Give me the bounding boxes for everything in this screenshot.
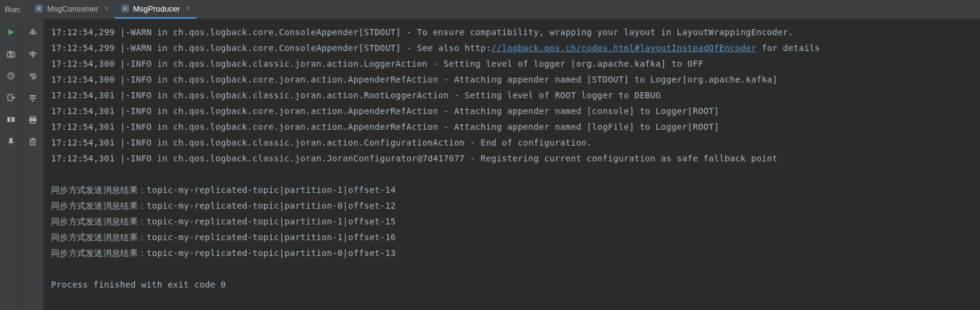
log-line: 17:12:54,301 |-INFO in ch.qos.logback.cl… <box>51 150 973 166</box>
svg-rect-18 <box>30 140 35 145</box>
svg-rect-8 <box>8 95 12 101</box>
debug-icon[interactable] <box>4 69 18 83</box>
scroll-icon[interactable] <box>26 91 39 104</box>
output-line: 同步方式发送消息结果：topic-my-replicated-topic|par… <box>51 229 973 245</box>
log-line: 17:12:54,301 |-INFO in ch.qos.logback.co… <box>51 119 973 135</box>
blank-line <box>51 261 973 277</box>
left-gutter-secondary <box>22 19 44 310</box>
up-arrow-icon[interactable] <box>26 25 39 39</box>
main-area: 17:12:54,299 |-WARN in ch.qos.logback.co… <box>0 19 980 310</box>
svg-point-5 <box>9 53 12 56</box>
layout-icon[interactable] <box>4 113 18 126</box>
camera-icon[interactable] <box>4 47 18 61</box>
output-line: 同步方式发送消息结果：topic-my-replicated-topic|par… <box>51 245 973 261</box>
svg-rect-6 <box>9 51 12 52</box>
log-text: for details <box>756 43 820 53</box>
log-link[interactable]: //logback.qos.ch/codes.html#layoutInstea… <box>491 43 756 53</box>
svg-rect-3 <box>123 7 127 10</box>
log-line: 17:12:54,300 |-INFO in ch.qos.logback.cl… <box>51 56 973 72</box>
tab-msgconsumer[interactable]: MsgConsumer × <box>29 0 115 19</box>
log-line: 17:12:54,299 |-WARN in ch.qos.logback.co… <box>51 24 973 40</box>
log-line: 17:12:54,301 |-INFO in ch.qos.logback.cl… <box>51 87 973 103</box>
print-icon[interactable] <box>26 113 39 126</box>
log-line: 17:12:54,299 |-WARN in ch.qos.logback.co… <box>51 40 973 56</box>
trash-icon[interactable] <box>26 135 39 148</box>
pin-icon[interactable] <box>4 135 18 148</box>
svg-rect-14 <box>30 98 36 99</box>
run-label: Run: <box>5 5 21 14</box>
run-icon[interactable] <box>4 25 18 39</box>
wrap-icon[interactable] <box>26 69 39 83</box>
console-output[interactable]: 17:12:54,299 |-WARN in ch.qos.logback.co… <box>44 19 980 310</box>
svg-rect-15 <box>30 116 35 118</box>
run-tool-window-header: Run: MsgConsumer × MsgProducer × <box>0 0 980 19</box>
exit-icon[interactable] <box>4 91 18 104</box>
down-arrow-icon[interactable] <box>26 47 39 61</box>
output-line: 同步方式发送消息结果：topic-my-replicated-topic|par… <box>51 214 973 229</box>
tab-label: MsgProducer <box>133 4 180 13</box>
log-line: 17:12:54,301 |-INFO in ch.qos.logback.co… <box>51 103 973 119</box>
svg-rect-1 <box>37 7 41 10</box>
close-icon[interactable]: × <box>186 4 190 13</box>
svg-rect-13 <box>30 95 36 96</box>
svg-rect-10 <box>12 117 15 122</box>
log-text: 17:12:54,299 |-WARN in ch.qos.logback.co… <box>51 43 491 53</box>
output-line: 同步方式发送消息结果：topic-my-replicated-topic|par… <box>51 198 973 214</box>
tab-label: MsgConsumer <box>47 4 98 13</box>
blank-line <box>51 166 973 182</box>
output-line: 同步方式发送消息结果：topic-my-replicated-topic|par… <box>51 182 973 198</box>
log-line: 17:12:54,300 |-INFO in ch.qos.logback.co… <box>51 72 973 87</box>
left-gutter-primary <box>0 19 22 310</box>
log-line: 17:12:54,301 |-INFO in ch.qos.logback.cl… <box>51 135 973 150</box>
spring-boot-icon <box>35 4 43 13</box>
svg-rect-9 <box>7 117 10 122</box>
output-line: Process finished with exit code 0 <box>51 277 973 292</box>
spring-boot-icon <box>121 4 129 13</box>
close-icon[interactable]: × <box>105 4 109 13</box>
tab-msgproducer[interactable]: MsgProducer × <box>115 0 196 19</box>
